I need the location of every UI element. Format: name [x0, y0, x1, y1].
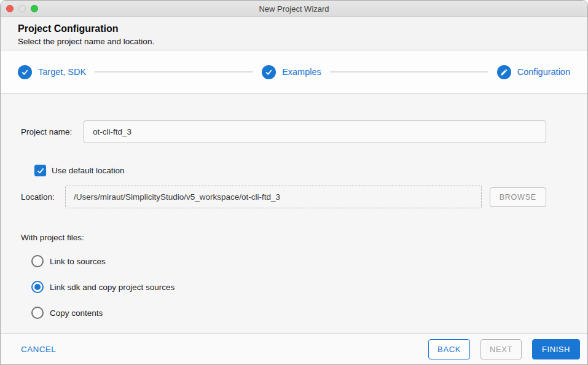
step-label: Configuration — [517, 67, 570, 77]
step-label: Target, SDK — [38, 67, 86, 77]
check-icon — [262, 65, 276, 79]
window-title: New Project Wizard — [1, 4, 587, 14]
location-row: Location: BROWSE — [21, 186, 546, 208]
configuration-form: Project name: Use default location Locat… — [1, 94, 587, 333]
page-title: Project Configuration — [18, 22, 569, 36]
radio-copy-contents[interactable]: Copy contents — [21, 306, 546, 320]
step-target-sdk[interactable]: Target, SDK — [18, 65, 86, 79]
check-icon — [36, 167, 45, 175]
step-label: Examples — [282, 67, 321, 77]
radio-icon — [31, 281, 44, 293]
step-connector — [330, 71, 488, 73]
wizard-footer: CANCEL BACK NEXT FINISH — [1, 333, 587, 364]
project-name-row: Project name: — [21, 120, 546, 143]
cancel-button[interactable]: CANCEL — [21, 345, 56, 354]
wizard-stepper: Target, SDK Examples Configuration — [1, 50, 587, 94]
location-input — [65, 186, 482, 208]
radio-icon — [31, 255, 44, 267]
radio-icon — [31, 307, 44, 319]
with-project-files-label: With project files: — [21, 233, 546, 242]
step-configuration[interactable]: Configuration — [497, 65, 570, 79]
radio-label: Copy contents — [50, 308, 103, 318]
back-button[interactable]: BACK — [428, 339, 470, 359]
pencil-icon — [497, 65, 511, 79]
title-bar: New Project Wizard — [1, 1, 587, 17]
finish-button[interactable]: FINISH — [532, 339, 580, 359]
use-default-location-row: Use default location — [21, 165, 546, 176]
location-label: Location: — [21, 192, 65, 202]
radio-link-sdk-copy-sources[interactable]: Link sdk and copy project sources — [21, 280, 546, 294]
new-project-wizard-window: New Project Wizard Project Configuration… — [0, 0, 588, 365]
radio-link-to-sources[interactable]: Link to sources — [21, 254, 546, 268]
page-subtitle: Select the project name and location. — [18, 36, 569, 47]
wizard-header: Project Configuration Select the project… — [1, 17, 587, 50]
project-name-label: Project name: — [21, 127, 84, 136]
next-button: NEXT — [480, 339, 522, 359]
use-default-location-checkbox[interactable] — [34, 165, 46, 176]
radio-label: Link sdk and copy project sources — [50, 283, 174, 292]
check-icon — [18, 65, 32, 79]
project-name-input[interactable] — [84, 120, 546, 143]
step-examples[interactable]: Examples — [262, 65, 321, 79]
step-connector — [95, 71, 253, 73]
browse-button: BROWSE — [490, 187, 546, 207]
use-default-location-label: Use default location — [52, 166, 125, 175]
radio-label: Link to sources — [50, 257, 106, 266]
